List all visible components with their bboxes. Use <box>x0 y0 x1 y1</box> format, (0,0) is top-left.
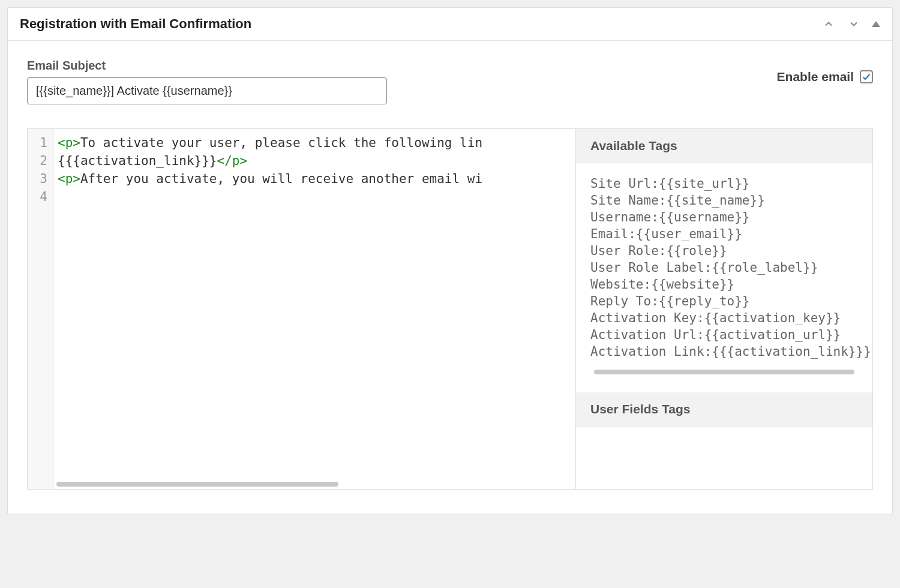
tags-horizontal-scrollbar[interactable] <box>594 370 854 374</box>
code-line[interactable] <box>58 188 572 206</box>
tag-row[interactable]: User Role Label:{{role_label}} <box>590 259 858 276</box>
enable-email-label: Enable email <box>777 70 854 84</box>
enable-email-group: Enable email <box>777 70 873 84</box>
editor-horizontal-scrollbar[interactable] <box>56 482 338 487</box>
line-number: 4 <box>31 188 47 206</box>
line-number: 2 <box>31 152 47 170</box>
user-fields-tags-body <box>576 427 872 463</box>
tag-row[interactable]: Activation Link:{{{activation_link}}} <box>590 343 858 360</box>
available-tags-list: Site Url:{{site_url}}Site Name:{{site_na… <box>576 163 872 392</box>
tag-row[interactable]: Site Url:{{site_url}} <box>590 175 858 192</box>
top-row: Email Subject Enable email <box>27 59 873 104</box>
tags-sidebar: Available Tags Site Url:{{site_url}}Site… <box>575 129 872 489</box>
tag-row[interactable]: Reply To:{{reply_to}} <box>590 293 858 310</box>
chevron-up-icon[interactable] <box>821 17 836 31</box>
panel-title: Registration with Email Confirmation <box>20 16 251 32</box>
chevron-down-icon[interactable] <box>847 17 861 31</box>
user-fields-tags-header: User Fields Tags <box>576 392 872 427</box>
line-gutter: 1234 <box>28 129 54 489</box>
code-line[interactable]: {{{activation_link}}}</p> <box>58 152 572 170</box>
collapse-icon[interactable] <box>872 21 880 27</box>
subject-input[interactable] <box>27 77 387 104</box>
tag-row[interactable]: Email:{{user_email}} <box>590 226 858 242</box>
subject-group: Email Subject <box>27 59 387 104</box>
editor-row: 1234 <p>To activate your user, please cl… <box>27 128 873 490</box>
tag-row[interactable]: Username:{{username}} <box>590 209 858 226</box>
available-tags-header: Available Tags <box>576 129 872 163</box>
line-number: 1 <box>31 134 47 152</box>
code-line[interactable]: <p>To activate your user, please click t… <box>58 134 572 152</box>
settings-panel: Registration with Email Confirmation Ema… <box>7 7 893 514</box>
panel-header: Registration with Email Confirmation <box>8 8 892 41</box>
subject-label: Email Subject <box>27 59 387 73</box>
code-line[interactable]: <p>After you activate, you will receive … <box>58 170 572 188</box>
code-content[interactable]: <p>To activate your user, please click t… <box>54 129 575 489</box>
tag-row[interactable]: User Role:{{role}} <box>590 242 858 259</box>
tag-row[interactable]: Activation Url:{{activation_url}} <box>590 326 858 343</box>
panel-body: Email Subject Enable email 1234 <p>To ac… <box>8 41 892 514</box>
tag-row[interactable]: Activation Key:{{activation_key}} <box>590 310 858 326</box>
enable-email-checkbox[interactable] <box>860 70 873 83</box>
code-editor[interactable]: 1234 <p>To activate your user, please cl… <box>28 129 575 489</box>
line-number: 3 <box>31 170 47 188</box>
tag-row[interactable]: Website:{{website}} <box>590 276 858 293</box>
panel-actions <box>821 17 880 31</box>
tag-row[interactable]: Site Name:{{site_name}} <box>590 192 858 209</box>
